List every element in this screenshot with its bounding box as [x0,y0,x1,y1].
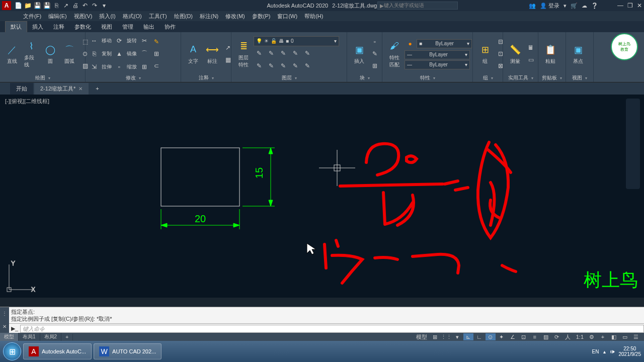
exchange-icon[interactable]: ▾ [564,3,567,9]
menu-dimension[interactable]: 标注(N) [197,12,221,21]
panel-clip-title[interactable]: 剪贴板 [541,74,562,82]
layer-btn-1[interactable]: ✎ [254,48,265,59]
ribbon-tab-output[interactable]: 输出 [138,22,159,32]
close-button[interactable]: ✕ [637,2,642,9]
rotate-label[interactable]: 旋转 [126,37,138,44]
a360-icon[interactable]: ☁ [582,3,587,9]
menu-modify[interactable]: 修改(M) [222,12,248,21]
mirror-label[interactable]: 镜像 [126,50,138,57]
mirror-icon[interactable]: ▲ [114,48,125,59]
color-combo[interactable]: ■ByLayer▾ [417,39,472,48]
panel-block-title[interactable]: 块 [350,74,379,82]
move-label[interactable]: 移动 [101,37,113,44]
panel-props-title[interactable]: 特性 [385,74,469,82]
menu-format[interactable]: 格式(O) [120,12,145,21]
sb-custom-icon[interactable]: ☰ [631,333,641,340]
copy-icon[interactable]: ⎘ [89,48,100,59]
sb-ortho-icon[interactable]: ⊾ [463,333,473,340]
taskbar-app-autocad[interactable]: AAutodesk AutoC... [23,343,92,359]
sb-cycle-icon[interactable]: ⟳ [552,333,562,340]
dimension-width[interactable]: 20 [161,209,239,229]
sb-iso-icon[interactable]: ◧ [609,333,619,340]
sb-model[interactable]: 模型 [414,333,429,340]
sb-more-icon[interactable]: ▾ [452,333,462,340]
panel-modify-title[interactable]: 修改 [89,74,178,82]
scale-icon[interactable]: ▫ [114,61,125,72]
qat-undo-icon[interactable]: ↶ [81,2,89,10]
ribbon-tab-parametric[interactable]: 参数化 [69,22,96,32]
cart-icon[interactable]: 🛒 [571,3,578,9]
qat-print-icon[interactable]: 🖨 [71,2,79,10]
panel-group-title[interactable]: 组 [476,74,500,82]
drawing-viewport[interactable]: [-][俯视][二维线框] 20 15 [0,95,644,298]
qat-save-icon[interactable]: 💾 [33,2,41,10]
sb-otrack-icon[interactable]: ∠ [508,333,518,340]
scale-label[interactable]: 缩放 [126,63,138,70]
sb-grid-icon[interactable]: ⊞ [430,333,440,340]
layer-btn-10[interactable]: ✎ [302,60,313,71]
ribbon-tab-manage[interactable]: 管理 [117,22,138,32]
stretch-label[interactable]: 拉伸 [101,63,113,70]
maximize-button[interactable]: ❐ [627,2,633,9]
qat-open-icon[interactable]: 📁 [24,2,32,10]
doctab-file[interactable]: 2-12缩放工具*✕ [34,83,89,95]
sb-3dosnap-icon[interactable]: ✦ [497,333,507,340]
taskbar-app-word[interactable]: WAUTO CAD 202... [94,343,162,359]
dimension-height[interactable]: 15 [243,148,275,206]
qat-share-icon[interactable]: ⎘ [52,2,60,10]
sb-dyn-icon[interactable]: ⊡ [519,333,529,340]
paste-button[interactable]: 📋粘贴 [541,42,559,66]
ribbon-tab-collab[interactable]: 协作 [159,22,181,32]
trim-icon[interactable]: ✂ [139,35,150,46]
move-icon[interactable]: ↔ [89,35,100,46]
ucs-icon[interactable]: Y X [7,260,35,293]
select-icon[interactable]: ▭ [525,54,536,65]
lineweight-combo[interactable]: —ByLayer▾ [405,50,470,59]
tray-net-icon[interactable]: 🕪 [610,349,615,354]
matchprop-button[interactable]: 🖌特性 匹配 [385,38,404,69]
cmd-handle[interactable]: ⋮✕ [0,307,9,333]
line-button[interactable]: ／直线 [3,42,21,66]
command-window[interactable]: ⋮✕ 指定基点: 指定比例因子或 [复制(C)/参照(R)]: *取消* ▶_ … [0,307,644,333]
panel-view-title[interactable]: 视图 [569,74,590,82]
app-logo[interactable]: A [2,1,11,10]
sb-annoscale-icon[interactable]: 人 [563,333,573,340]
menu-draw[interactable]: 绘图(D) [171,12,196,21]
polyline-button[interactable]: ⌇多段线 [22,38,40,69]
array-icon[interactable]: ⊞ [139,61,150,72]
help-icon[interactable]: ❔ [591,3,598,9]
color-icon[interactable]: ● [405,38,416,49]
layer-combo[interactable]: 💡 ☀ 🔓 🖶 ■ 0 ▾ [254,36,339,46]
menu-file[interactable]: 文件(F) [20,12,44,21]
start-button[interactable]: ⊞ [3,342,21,360]
qat-saveas-icon[interactable]: 💾 [43,2,51,10]
group-button[interactable]: ⊞组 [476,42,494,66]
menu-help[interactable]: 帮助(H) [301,12,326,21]
sb-osnap-icon[interactable]: ⊙ [486,333,496,340]
panel-annot-title[interactable]: 注释 [184,74,228,82]
layout-tab-1[interactable]: 布局1 [19,333,40,341]
command-input[interactable]: 键入命令 [20,325,644,333]
dim-button[interactable]: ⟷标注 [203,42,221,66]
layerprop-button[interactable]: ≣图层 特性 [234,38,253,69]
menu-window[interactable]: 窗口(W) [274,12,300,21]
copy-label[interactable]: 复制 [101,50,113,57]
offset-icon[interactable]: ⊂ [151,60,162,71]
panel-draw-title[interactable]: 绘图 [3,74,82,82]
explode-icon[interactable]: ⊞ [151,48,162,59]
create-block-icon[interactable]: ▫ [369,36,380,47]
layer-btn-5[interactable]: ✎ [302,48,313,59]
rectangle-object[interactable] [161,148,239,206]
layer-btn-8[interactable]: ✎ [278,60,289,71]
calc-icon[interactable]: 🖩 [525,42,536,53]
sb-lw-icon[interactable]: ≡ [530,333,540,340]
erase-icon[interactable]: ✎ [151,36,162,47]
sb-clean-icon[interactable]: ▭ [620,333,630,340]
qat-plot-icon[interactable]: ↗ [62,2,70,10]
system-tray[interactable]: EN ▴ 🕪 22:50 2021/9/25 [592,346,641,357]
sb-scale[interactable]: 1:1 [574,333,586,340]
sb-polar-icon[interactable]: ∟ [474,333,485,340]
arc-button[interactable]: ⌒圆弧 [60,42,78,66]
menu-view[interactable]: 视图(V) [71,12,96,21]
tray-flag-icon[interactable]: ▴ [603,349,606,354]
